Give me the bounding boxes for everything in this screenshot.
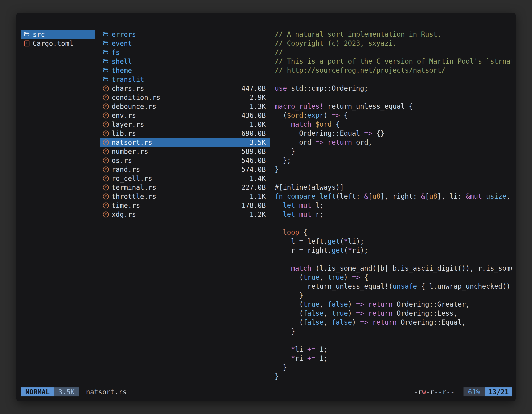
folder-row[interactable]: src: [21, 30, 95, 39]
toml-icon: T: [24, 40, 30, 47]
file-size: 447.0B: [241, 85, 266, 92]
rust-icon: R: [103, 157, 109, 164]
file-name: debounce.rs: [112, 103, 156, 110]
file-size: 436.0B: [241, 111, 266, 119]
file-row[interactable]: Rlib.rs690.0B: [100, 129, 270, 138]
file-size: 589.0B: [241, 147, 266, 155]
file-name: errors: [112, 30, 136, 39]
file-size: 574.0B: [241, 165, 266, 173]
code-line: }: [275, 363, 512, 372]
rust-icon: R: [103, 166, 109, 173]
code-line: // A natural sort implementation in Rust…: [275, 30, 512, 39]
file-row[interactable]: Rthrottle.rs1.1K: [100, 192, 270, 201]
file-name: os.rs: [112, 156, 132, 164]
code-line: #[inline(always)]: [275, 183, 512, 192]
file-row[interactable]: Rxdg.rs1.2K: [100, 210, 270, 219]
current-pane: errorseventfsshellthemetranslitRchars.rs…: [100, 30, 270, 387]
code-line: }: [275, 165, 512, 174]
file-name: translit: [112, 76, 144, 83]
code-line: return_unless_equal!(unsafe { l.unwrap_u…: [275, 282, 512, 291]
file-row[interactable]: Rnatsort.rs3.5K: [100, 138, 270, 147]
code-line: loop {: [275, 228, 512, 237]
file-size-badge: 3.5K: [54, 387, 78, 396]
code-line: use std::cmp::Ordering;: [275, 84, 512, 93]
file-name: lib.rs: [112, 129, 136, 137]
folder-icon: [103, 31, 109, 38]
rust-icon: R: [103, 112, 109, 118]
code-line: // This is a port of the C version of Ma…: [275, 57, 512, 66]
code-line: [275, 93, 512, 102]
code-line: match $ord {: [275, 120, 512, 129]
code-line: //: [275, 48, 512, 57]
file-row[interactable]: Rdebounce.rs1.3K: [100, 102, 270, 111]
folder-row[interactable]: fs: [100, 48, 270, 57]
code-line: (true, true) => {: [275, 273, 512, 282]
cursor-position-badge: 13/21: [485, 387, 512, 396]
code-line: [275, 255, 512, 264]
file-size: 1.0K: [250, 120, 266, 128]
file-row[interactable]: Rlayer.rs1.0K: [100, 120, 270, 129]
folder-row[interactable]: theme: [100, 66, 270, 75]
rust-icon: R: [103, 85, 109, 91]
code-line: }: [275, 372, 512, 381]
rust-icon: R: [103, 148, 109, 154]
file-size: 227.0B: [241, 183, 266, 192]
file-row[interactable]: Rro_cell.rs1.4K: [100, 174, 270, 183]
file-row[interactable]: Renv.rs436.0B: [100, 111, 270, 120]
permission-char: r: [418, 388, 422, 396]
file-name: xdg.rs: [112, 211, 136, 219]
file-name: condition.rs: [112, 94, 160, 101]
code-line: // Copyright (c) 2023, sxyazi.: [275, 39, 512, 48]
rust-icon: R: [103, 211, 109, 217]
code-line: (false, true) => return Ordering::Less,: [275, 309, 512, 318]
code-line: }: [275, 327, 512, 336]
file-size: 1.4K: [250, 174, 266, 183]
folder-icon: [103, 58, 109, 64]
yazi-file-manager-window: srcTCargo.toml errorseventfsshellthemetr…: [16, 13, 516, 401]
rust-icon: R: [103, 139, 109, 145]
folder-row[interactable]: translit: [100, 75, 270, 84]
code-line: }: [275, 147, 512, 156]
code-line: // http://sourcefrog.net/projects/natsor…: [275, 66, 512, 75]
rust-icon: R: [103, 103, 109, 109]
file-name: chars.rs: [112, 85, 144, 92]
file-name: Cargo.toml: [33, 39, 73, 48]
folder-icon: [24, 31, 30, 38]
preview-pane: // A natural sort implementation in Rust…: [272, 30, 512, 387]
folder-icon: [103, 67, 109, 73]
code-line: [275, 219, 512, 228]
code-line: (false, false) => return Ordering::Equal…: [275, 318, 512, 327]
file-row[interactable]: Rnumber.rs589.0B: [100, 147, 270, 156]
parent-pane: srcTCargo.toml: [21, 30, 95, 387]
file-name: fs: [112, 48, 120, 57]
file-row[interactable]: TCargo.toml: [21, 39, 95, 48]
file-name: event: [112, 39, 132, 48]
file-name: time.rs: [112, 202, 140, 210]
folder-row[interactable]: event: [100, 39, 270, 48]
status-filename: natsort.rs: [86, 388, 127, 396]
rust-icon: R: [103, 202, 109, 208]
code-line: *ri += 1;: [275, 354, 512, 363]
file-row[interactable]: Rrand.rs574.0B: [100, 165, 270, 174]
file-row[interactable]: Rcondition.rs2.9K: [100, 93, 270, 102]
file-size: 3.5K: [250, 138, 266, 146]
file-row[interactable]: Rtime.rs178.0B: [100, 201, 270, 210]
folder-icon: [103, 49, 109, 55]
permission-char: r: [430, 388, 434, 396]
rust-icon: R: [103, 121, 109, 127]
file-name: layer.rs: [112, 120, 144, 128]
file-size: 178.0B: [241, 202, 266, 210]
file-name: throttle.rs: [112, 193, 156, 201]
folder-row[interactable]: errors: [100, 30, 270, 39]
code-line: }: [275, 291, 512, 300]
permission-char: -: [426, 388, 430, 396]
file-size: 1.2K: [250, 211, 266, 219]
file-size: 546.0B: [241, 156, 266, 164]
code-line: Ordering::Equal => {}: [275, 129, 512, 138]
folder-row[interactable]: shell: [100, 57, 270, 66]
file-row[interactable]: Rchars.rs447.0B: [100, 84, 270, 93]
permission-char: --: [446, 388, 455, 396]
permission-char: --: [434, 388, 442, 396]
file-row[interactable]: Ros.rs546.0B: [100, 156, 270, 165]
file-row[interactable]: Rterminal.rs227.0B: [100, 183, 270, 192]
